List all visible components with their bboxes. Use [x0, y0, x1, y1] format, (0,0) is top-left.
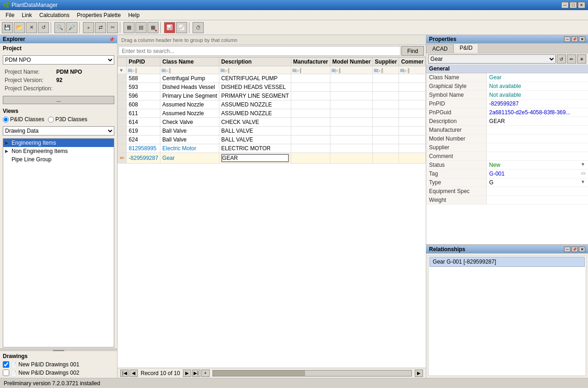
props-value-10[interactable]: New ▼ [486, 161, 588, 170]
tree-item-non-engineering[interactable]: ▶ Non Engineering Items [3, 147, 114, 155]
project-description-value [55, 85, 113, 92]
report-button[interactable]: 📊 [164, 22, 175, 33]
find-button[interactable]: Find [401, 46, 424, 56]
grid-view-3-button[interactable]: ▦▼ [147, 22, 159, 33]
col-classname[interactable]: Class Name [160, 58, 219, 66]
drawing-data-select[interactable]: Drawing Data [3, 126, 114, 135]
menu-calculations[interactable]: Calculations [35, 11, 73, 19]
filter-modelnumber: ⊞▷║ [330, 66, 373, 74]
nav-add-button[interactable]: + [201, 370, 210, 377]
cell-modelnumber [330, 153, 373, 164]
menu-link[interactable]: Link [18, 11, 35, 19]
search-input[interactable] [118, 46, 400, 56]
props-label-5: Description [426, 117, 486, 126]
props-row-model-number: Model Number [426, 135, 588, 143]
table-row[interactable]: 624Ball ValveBALL VALVE [118, 135, 426, 144]
props-value-12[interactable]: G ▼ [486, 178, 588, 187]
drawing-item-002[interactable]: 📄 New P&ID Drawings 002 [3, 369, 114, 377]
tab-pid[interactable]: P&ID [453, 43, 478, 53]
horizontal-scrollbar[interactable] [212, 370, 412, 376]
table-row[interactable]: 608Assumed NozzleASSUMED NOZZLE [118, 100, 426, 109]
rel-close[interactable]: ✕ [579, 247, 585, 252]
p3d-classes-radio[interactable] [48, 117, 54, 123]
col-modelnumber[interactable]: Model Number [330, 58, 373, 66]
project-select[interactable]: PDM NPO [3, 55, 114, 65]
rel-pin[interactable]: 📌 [571, 247, 578, 252]
class-toggle-button[interactable]: ☀ [577, 54, 586, 64]
menu-file[interactable]: File [2, 11, 18, 19]
data-grid[interactable]: PnPID Class Name Description Manufacture… [118, 57, 426, 368]
p3d-classes-radio-label[interactable]: P3D Classes [48, 116, 87, 123]
close-button[interactable]: ✕ [578, 2, 585, 8]
explorer-pin[interactable]: 📌 [109, 37, 114, 42]
save-button[interactable]: 💾 [2, 22, 13, 33]
drawing-001-checkbox[interactable] [3, 361, 9, 368]
cell-supplier [373, 109, 399, 118]
nav-first-button[interactable]: |◀ [120, 370, 129, 377]
open-button[interactable]: 📂 [14, 22, 25, 33]
nav-prev-button[interactable]: ◀ [129, 370, 138, 377]
cell-pnpid: 593 [127, 83, 160, 92]
tab-acad[interactable]: ACAD [426, 44, 453, 53]
maximize-button[interactable]: □ [570, 2, 577, 8]
rel-minimize[interactable]: ─ [564, 247, 570, 252]
grid-view-1-button[interactable]: ▦ [123, 22, 135, 33]
class-selector[interactable]: Gear [428, 54, 556, 64]
more-button[interactable]: ... [3, 96, 114, 104]
table-row[interactable]: 593Dished Heads VesselDISHED HEADS VESSE… [118, 83, 426, 92]
move-button[interactable]: ⇄ [95, 22, 106, 33]
close-file-button[interactable]: ✕ [26, 22, 37, 33]
nav-next-button[interactable]: ▶ [183, 370, 191, 377]
class-edit-button[interactable]: ✏ [567, 54, 576, 64]
refresh-button[interactable]: ↺ [38, 22, 49, 33]
pid-classes-radio[interactable] [3, 117, 9, 123]
drawing-002-checkbox[interactable] [3, 370, 9, 376]
table-row[interactable]: ✏-829599287Gear [118, 153, 426, 164]
clock-button[interactable]: ⏱ [193, 22, 204, 33]
cell-manufacturer [291, 109, 330, 118]
cell-modelnumber [330, 83, 373, 92]
tree-item-pipe-line[interactable]: Pipe Line Group [3, 155, 114, 164]
tree-item-engineering[interactable]: ▶ Engineering Items [3, 139, 114, 147]
delete-button[interactable]: ✂ [107, 22, 118, 33]
props-minimize[interactable]: ─ [564, 36, 570, 42]
drawing-item-001[interactable]: 📄 New P&ID Drawings 001 [3, 360, 114, 369]
class-refresh-button[interactable]: ↺ [557, 54, 566, 64]
table-row[interactable]: 614Check ValveCHECK VALVE [118, 118, 426, 127]
table-row[interactable]: 588Centrifugal PumpCENTRIFUGAL PUMP [118, 74, 426, 83]
search-button[interactable]: 🔍 [54, 22, 65, 33]
table-row[interactable]: 812958995Electric MotorELECTRIC MOTOR [118, 144, 426, 153]
col-description[interactable]: Description [219, 58, 291, 66]
col-comment[interactable]: Commer [399, 58, 426, 66]
find-replace-button[interactable]: 🔎 [66, 22, 77, 33]
props-pin[interactable]: 📌 [571, 36, 578, 42]
filter-pnpid: ⊞▷║ [127, 66, 160, 74]
col-pnpid[interactable]: PnPID [127, 58, 160, 66]
menu-properties-palette[interactable]: Properties Palette [73, 11, 124, 19]
title-bar: 🌿 PlantDataManager ─ □ ✕ [0, 0, 588, 10]
pid-classes-radio-label[interactable]: P&ID Classes [3, 116, 44, 123]
props-label-10: Status [426, 161, 486, 170]
add-button[interactable]: + [83, 22, 94, 33]
props-close[interactable]: ✕ [579, 36, 585, 42]
props-value-11[interactable]: G-001 ▭ [486, 170, 588, 178]
table-row[interactable]: 596Primary Line SegmentPRIMARY LINE SEGM… [118, 92, 426, 100]
props-label-4: PnPGuid [426, 108, 486, 117]
table-row[interactable]: 611Assumed NozzleASSUMED NOZZLE [118, 109, 426, 118]
col-manufacturer[interactable]: Manufacturer [291, 58, 330, 66]
chart-button[interactable]: 📈 [176, 22, 187, 33]
views-section: Views P&ID Classes P3D Classes [0, 106, 117, 124]
scroll-right-button[interactable]: ▶ [415, 370, 423, 377]
table-row[interactable]: 619Ball ValveBALL VALVE [118, 127, 426, 135]
cell-description[interactable] [219, 153, 291, 164]
menu-help[interactable]: Help [124, 11, 143, 19]
rel-item-0[interactable]: Gear G-001 [-829599287] [429, 257, 585, 267]
status-text: Preliminary version 7.2.0.3721 installed [4, 380, 100, 387]
cell-pnpid: 619 [127, 127, 160, 135]
col-supplier[interactable]: Supplier [373, 58, 399, 66]
grid-view-2-button[interactable]: ▤ [135, 22, 147, 33]
minimize-button[interactable]: ─ [561, 2, 569, 8]
row-indicator [118, 135, 127, 144]
cell-comment [399, 153, 426, 164]
nav-last-button[interactable]: ▶| [192, 370, 200, 377]
